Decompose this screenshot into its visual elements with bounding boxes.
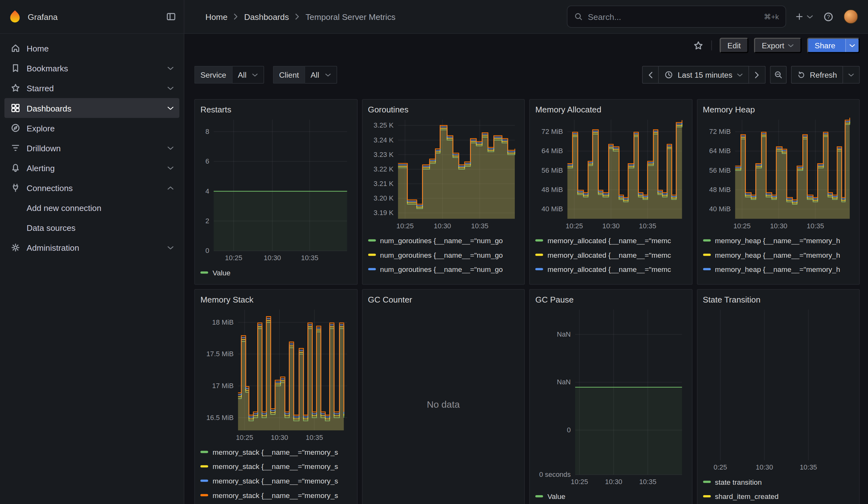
legend-item[interactable]: memory_heap {__name__="memory_h bbox=[703, 248, 854, 262]
sidebar-item-explore[interactable]: Explore bbox=[4, 118, 179, 138]
breadcrumb-home[interactable]: Home bbox=[206, 12, 228, 21]
sidebar-item-bookmarks[interactable]: Bookmarks bbox=[4, 58, 179, 78]
sidebar-item-alerting[interactable]: Alerting bbox=[4, 158, 179, 178]
gc-pause-chart[interactable]: NaNNaN00 seconds10:2510:3010:35 bbox=[535, 306, 686, 487]
legend-item[interactable]: memory_allocated {__name__="memc bbox=[535, 262, 686, 277]
legend-item[interactable]: memory_heap {__name__="memory_h bbox=[703, 233, 854, 248]
legend-item[interactable]: memory_stack {__name__="memory_s bbox=[200, 445, 351, 459]
legend: memory_heap {__name__="memory_hmemory_he… bbox=[703, 231, 854, 279]
zoom-out-button[interactable] bbox=[770, 66, 787, 84]
sidebar-item-drilldown[interactable]: Drilldown bbox=[4, 138, 179, 158]
chevron-down-icon bbox=[252, 73, 258, 77]
legend-item[interactable]: memory_heap {__name__="memory_h bbox=[703, 276, 854, 280]
toolbar-divider bbox=[711, 40, 712, 51]
share-dropdown-toggle[interactable] bbox=[845, 39, 859, 52]
panel-title[interactable]: Goroutines bbox=[368, 103, 519, 116]
legend-item[interactable]: num_goroutines {__name__="num_go bbox=[368, 233, 519, 248]
legend-item[interactable]: state transition bbox=[703, 475, 854, 489]
sidebar-item-connections[interactable]: Connections bbox=[4, 178, 179, 198]
memory-heap-chart[interactable]: 72 MiB64 MiB56 MiB48 MiB40 MiB10:2510:30… bbox=[703, 116, 854, 231]
search-input[interactable] bbox=[588, 12, 759, 21]
share-button[interactable]: Share bbox=[807, 38, 859, 53]
sidebar-item-dashboards[interactable]: Dashboards bbox=[4, 98, 179, 118]
legend-label: memory_heap {__name__="memory_h bbox=[715, 279, 840, 280]
chevron-up-icon bbox=[167, 186, 174, 189]
legend-item[interactable]: memory_allocated {__name__="memc bbox=[535, 248, 686, 262]
grafana-logo-icon[interactable] bbox=[8, 10, 22, 24]
search-box[interactable]: ⌘+k bbox=[567, 6, 786, 28]
help-icon[interactable]: ? bbox=[823, 11, 834, 22]
time-controls: Last 15 minutes bbox=[642, 66, 860, 84]
sidebar-item-label: Alerting bbox=[27, 163, 162, 173]
time-range-forward-button[interactable] bbox=[749, 66, 766, 84]
panel-title[interactable]: GC Pause bbox=[535, 293, 686, 306]
legend-item[interactable]: shard_item_created bbox=[703, 489, 854, 504]
chevron-down-icon bbox=[167, 66, 174, 70]
legend-item[interactable]: memory_stack {__name__="memory_s bbox=[200, 488, 351, 502]
legend-item[interactable]: num_goroutines {__name__="num_go bbox=[368, 276, 519, 280]
time-range-picker-button[interactable]: Last 15 minutes bbox=[659, 66, 749, 84]
legend-label: num_goroutines {__name__="num_go bbox=[380, 265, 503, 273]
legend-item[interactable]: memory_stack {__name__="memory_s bbox=[200, 474, 351, 488]
clock-icon bbox=[664, 70, 673, 79]
search-icon bbox=[574, 12, 583, 21]
chart-svg: NaNNaN00 seconds10:2510:3010:35 bbox=[535, 306, 686, 487]
chevron-down-icon bbox=[849, 43, 855, 48]
star-icon bbox=[10, 83, 21, 93]
legend-label: num_goroutines {__name__="num_go bbox=[380, 251, 503, 259]
nav-left: Grafana bbox=[0, 0, 184, 33]
legend-item[interactable]: memory_stack {__name__="memory_s bbox=[200, 459, 351, 474]
legend: state transitionshard_item_created bbox=[703, 472, 854, 503]
panel-title[interactable]: Memory Heap bbox=[703, 103, 854, 116]
grafana-app: Grafana Home Dashboards Temporal Server … bbox=[0, 0, 868, 504]
series-color-swatch bbox=[200, 271, 208, 274]
legend-item[interactable]: Value bbox=[535, 489, 686, 504]
sidebar-item-label: Connections bbox=[27, 183, 162, 193]
memory-stack-chart[interactable]: 18 MiB17.5 MiB17 MiB16.5 MiB10:2510:3010… bbox=[200, 306, 351, 442]
legend-item[interactable]: memory_allocated {__name__="memc bbox=[535, 276, 686, 280]
series-color-swatch bbox=[200, 465, 208, 467]
legend-label: memory_stack {__name__="memory_s bbox=[213, 476, 338, 485]
svg-text:10:35: 10:35 bbox=[799, 463, 817, 471]
sidebar-item-add-new-connection[interactable]: Add new connection bbox=[4, 198, 179, 218]
legend: memory_allocated {__name__="memcmemory_a… bbox=[535, 231, 686, 279]
plug-icon bbox=[10, 183, 21, 193]
sidebar-item-label: Explore bbox=[27, 123, 174, 133]
panel-title[interactable]: Memory Allocated bbox=[535, 103, 686, 116]
panel-title[interactable]: Restarts bbox=[200, 103, 351, 116]
series-color-swatch bbox=[200, 480, 208, 482]
refresh-icon bbox=[797, 71, 805, 79]
sidebar-item-starred[interactable]: Starred bbox=[4, 78, 179, 98]
legend-item[interactable]: memory_heap {__name__="memory_h bbox=[703, 262, 854, 277]
sidebar-item-home[interactable]: Home bbox=[4, 38, 179, 58]
favorite-star-icon[interactable] bbox=[693, 40, 704, 51]
chevron-down-icon bbox=[167, 246, 174, 249]
panel-title[interactable]: Memory Stack bbox=[200, 293, 351, 306]
goroutines-chart[interactable]: 3.25 K3.24 K3.23 K3.22 K3.21 K3.20 K3.19… bbox=[368, 116, 519, 231]
edit-button[interactable]: Edit bbox=[720, 38, 748, 53]
time-range-back-button[interactable] bbox=[642, 66, 659, 84]
panel-title[interactable]: GC Counter bbox=[368, 293, 519, 306]
legend-item[interactable]: num_goroutines {__name__="num_go bbox=[368, 248, 519, 262]
restarts-chart[interactable]: 8642010:2510:3010:35 bbox=[200, 116, 351, 263]
sidebar-item-administration[interactable]: Administration bbox=[4, 237, 179, 257]
new-menu-button[interactable] bbox=[795, 12, 813, 21]
refresh-button[interactable]: Refresh bbox=[791, 66, 843, 84]
svg-text:0 seconds: 0 seconds bbox=[539, 471, 571, 479]
client-variable-picker[interactable]: All bbox=[304, 66, 337, 84]
svg-text:10:30: 10:30 bbox=[770, 222, 787, 230]
legend-item[interactable]: num_goroutines {__name__="num_go bbox=[368, 262, 519, 277]
user-avatar[interactable] bbox=[844, 10, 858, 24]
legend-item[interactable]: Value bbox=[200, 265, 351, 280]
export-button[interactable]: Export bbox=[754, 38, 802, 53]
panel-title[interactable]: State Transition bbox=[703, 293, 854, 306]
sidebar-item-data-sources[interactable]: Data sources bbox=[4, 218, 179, 237]
refresh-interval-dropdown[interactable] bbox=[843, 66, 860, 84]
state-transition-chart[interactable]: 0:2510:3010:35 bbox=[703, 306, 854, 472]
service-variable-picker[interactable]: All bbox=[232, 66, 264, 84]
chart-svg: 72 MiB64 MiB56 MiB48 MiB40 MiB10:2510:30… bbox=[535, 116, 686, 231]
breadcrumb-dashboards[interactable]: Dashboards bbox=[244, 12, 289, 21]
sidebar-toggle-icon[interactable] bbox=[166, 12, 176, 22]
memory-allocated-chart[interactable]: 72 MiB64 MiB56 MiB48 MiB40 MiB10:2510:30… bbox=[535, 116, 686, 231]
legend-item[interactable]: memory_allocated {__name__="memc bbox=[535, 233, 686, 248]
